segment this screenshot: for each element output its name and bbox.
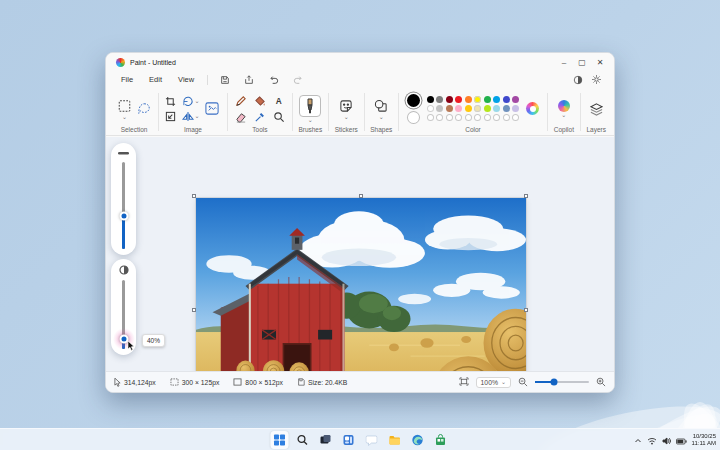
- save-icon[interactable]: [214, 74, 236, 86]
- palette-swatch[interactable]: [455, 105, 462, 112]
- edit-colors-icon[interactable]: [526, 102, 539, 115]
- battery-icon[interactable]: [676, 431, 687, 449]
- palette-swatch[interactable]: [512, 96, 519, 103]
- undo-icon[interactable]: [262, 74, 285, 86]
- palette-swatch[interactable]: [493, 105, 500, 112]
- settings-gear-icon[interactable]: [591, 71, 602, 89]
- zoom-out-icon[interactable]: [518, 377, 528, 388]
- fit-to-window-icon[interactable]: [459, 377, 469, 387]
- size-slider[interactable]: [122, 162, 125, 249]
- flip-icon[interactable]: ⌄: [181, 110, 200, 123]
- menu-view[interactable]: View: [171, 73, 201, 86]
- brushes-dropdown-chevron[interactable]: ⌄: [308, 118, 313, 123]
- palette-swatch[interactable]: [427, 105, 434, 112]
- taskbar-clock[interactable]: 10/30/25 11:11 AM: [692, 433, 716, 447]
- canvas-handle-top-right[interactable]: [524, 194, 528, 198]
- microsoft-store-icon[interactable]: [432, 431, 450, 449]
- chat-icon[interactable]: [363, 431, 381, 449]
- palette-swatch[interactable]: [446, 105, 453, 112]
- palette-swatch[interactable]: [455, 96, 462, 103]
- image-options-icon[interactable]: [203, 100, 221, 117]
- palette-empty-slot[interactable]: [512, 114, 519, 121]
- start-button[interactable]: [271, 431, 289, 449]
- palette-empty-slot[interactable]: [455, 114, 462, 121]
- maximize-button[interactable]: ▢: [574, 56, 590, 69]
- canvas-handle-middle-right[interactable]: [524, 308, 528, 312]
- canvas-handle-top-center[interactable]: [359, 194, 363, 198]
- palette-swatch[interactable]: [436, 96, 443, 103]
- free-select-icon[interactable]: [136, 101, 152, 117]
- fill-bucket-icon[interactable]: [253, 94, 267, 108]
- copilot-icon[interactable]: [558, 100, 570, 112]
- title-bar[interactable]: Paint - Untitled – ▢ ✕: [106, 53, 614, 71]
- palette-swatch[interactable]: [465, 96, 472, 103]
- palette-swatch[interactable]: [427, 96, 434, 103]
- stickers-icon[interactable]: [338, 98, 354, 114]
- copilot-dropdown-chevron[interactable]: ⌄: [561, 113, 566, 118]
- rectangle-select-icon[interactable]: [116, 98, 133, 114]
- brushes-icon[interactable]: [299, 95, 321, 117]
- magnifier-tool-icon[interactable]: [272, 110, 286, 124]
- palette-swatch[interactable]: [474, 105, 481, 112]
- shapes-dropdown-chevron[interactable]: ⌄: [379, 115, 384, 120]
- theme-toggle-icon[interactable]: [573, 71, 583, 89]
- palette-empty-slot[interactable]: [436, 114, 443, 121]
- palette-swatch[interactable]: [512, 105, 519, 112]
- zoom-level-dropdown[interactable]: 100% ⌄: [476, 377, 511, 388]
- redo-icon[interactable]: [287, 74, 310, 86]
- palette-empty-slot[interactable]: [446, 114, 453, 121]
- widgets-icon[interactable]: [340, 431, 358, 449]
- menu-file[interactable]: File: [114, 73, 140, 86]
- share-icon[interactable]: [238, 74, 260, 86]
- opacity-slider[interactable]: 40%: [122, 280, 125, 349]
- edge-browser-icon[interactable]: [409, 431, 427, 449]
- color1-swatch[interactable]: [407, 94, 420, 107]
- color2-swatch[interactable]: [408, 112, 419, 123]
- task-view-icon[interactable]: [317, 431, 335, 449]
- close-button[interactable]: ✕: [592, 56, 608, 69]
- stickers-dropdown-chevron[interactable]: ⌄: [344, 115, 349, 120]
- tray-chevron-icon[interactable]: [634, 431, 642, 449]
- pencil-icon[interactable]: [234, 94, 248, 108]
- palette-empty-slot[interactable]: [474, 114, 481, 121]
- zoom-slider-thumb[interactable]: [550, 379, 557, 386]
- shapes-icon[interactable]: [373, 98, 389, 114]
- palette-swatch[interactable]: [503, 96, 510, 103]
- size-slider-thumb[interactable]: [119, 211, 128, 220]
- zoom-in-icon[interactable]: [596, 377, 606, 388]
- minimize-button[interactable]: –: [556, 56, 572, 69]
- file-explorer-icon[interactable]: [386, 431, 404, 449]
- search-icon[interactable]: [294, 431, 312, 449]
- canvas-handle-middle-left[interactable]: [192, 308, 196, 312]
- palette-empty-slot[interactable]: [427, 114, 434, 121]
- crop-icon[interactable]: [164, 95, 177, 108]
- group-label-brushes: Brushes: [298, 126, 322, 134]
- palette-empty-slot[interactable]: [503, 114, 510, 121]
- menu-edit[interactable]: Edit: [142, 73, 169, 86]
- volume-icon[interactable]: [662, 431, 671, 449]
- text-tool-icon[interactable]: A: [272, 94, 286, 108]
- eraser-icon[interactable]: [234, 110, 248, 124]
- palette-empty-slot[interactable]: [493, 114, 500, 121]
- zoom-slider[interactable]: [535, 381, 589, 383]
- layers-icon[interactable]: [588, 101, 605, 117]
- canvas-background[interactable]: [106, 137, 614, 371]
- palette-swatch[interactable]: [493, 96, 500, 103]
- palette-swatch[interactable]: [436, 105, 443, 112]
- palette-swatch[interactable]: [484, 96, 491, 103]
- wifi-icon[interactable]: [647, 431, 657, 449]
- canvas-handle-top-left[interactable]: [192, 194, 196, 198]
- group-shapes: ⌄ Shapes: [366, 89, 396, 135]
- palette-swatch[interactable]: [446, 96, 453, 103]
- palette-swatch[interactable]: [484, 105, 491, 112]
- resize-icon[interactable]: [164, 110, 177, 123]
- selection-dropdown-chevron[interactable]: ⌄: [122, 115, 127, 120]
- color-picker-icon[interactable]: [253, 110, 267, 124]
- palette-swatch[interactable]: [503, 105, 510, 112]
- canvas[interactable]: [196, 198, 526, 393]
- palette-empty-slot[interactable]: [465, 114, 472, 121]
- palette-empty-slot[interactable]: [484, 114, 491, 121]
- palette-swatch[interactable]: [474, 96, 481, 103]
- rotate-icon[interactable]: ⌄: [181, 95, 200, 108]
- palette-swatch[interactable]: [465, 105, 472, 112]
